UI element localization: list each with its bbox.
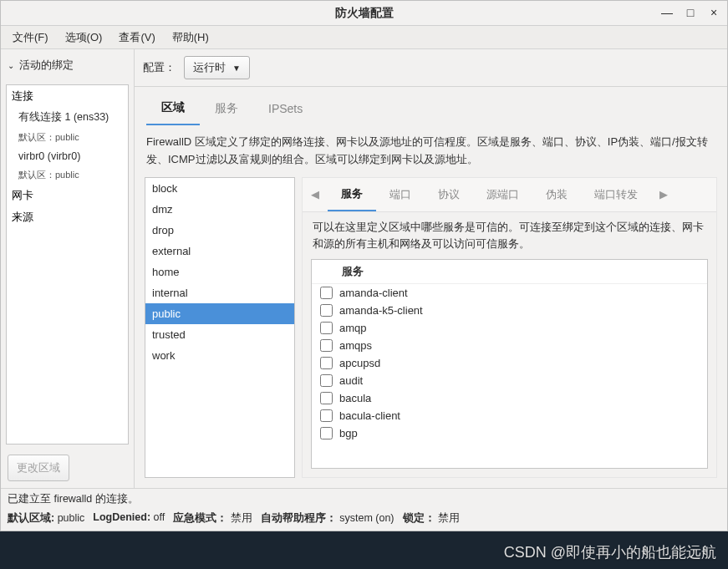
menu-view[interactable]: 查看(V)	[112, 28, 161, 48]
detail-tab-services[interactable]: 服务	[328, 178, 376, 211]
watermark: CSDN @即使再小的船也能远航	[504, 542, 716, 562]
lockdown-value: 禁用	[438, 512, 460, 524]
connection-item[interactable]: 有线连接 1 (ens33)	[7, 107, 128, 128]
zone-item-external[interactable]: external	[145, 241, 294, 262]
detail-tab-port-forward[interactable]: 端口转发	[581, 179, 651, 211]
interfaces-section-label: 网卡	[7, 185, 128, 206]
tab-zone[interactable]: 区域	[146, 92, 200, 125]
service-label: amqp	[339, 322, 367, 334]
zone-list[interactable]: blockdmzdropexternalhomeinternalpublictr…	[145, 177, 295, 478]
service-row[interactable]: audit	[312, 372, 707, 389]
default-zone-label: 默认区域:	[8, 512, 54, 524]
main-tabs: 区域 服务 IPSets	[135, 87, 727, 125]
services-description: 可以在这里定义区域中哪些服务是可信的。可连接至绑定到这个区域的连接、网卡和源的所…	[303, 212, 716, 259]
default-zone-value: public	[58, 512, 85, 524]
active-bindings-label: 活动的绑定	[19, 58, 74, 73]
chevron-down-icon: ⌄	[8, 61, 14, 70]
window-title: 防火墙配置	[335, 6, 394, 21]
minimize-icon[interactable]: —	[660, 6, 674, 19]
status-line2: 默认区域: public LogDenied: off 应急模式： 禁用 自动帮…	[1, 510, 727, 531]
service-checkbox[interactable]	[320, 304, 333, 317]
service-row[interactable]: bgp	[312, 424, 707, 442]
service-checkbox[interactable]	[320, 374, 333, 387]
zone-item-internal[interactable]: internal	[145, 282, 294, 303]
detail-tab-source-ports[interactable]: 源端口	[473, 179, 532, 211]
service-label: apcupsd	[339, 357, 380, 369]
service-checkbox[interactable]	[320, 322, 333, 334]
service-row[interactable]: amqps	[312, 337, 707, 354]
tab-service[interactable]: 服务	[200, 93, 253, 124]
zone-item-public[interactable]: public	[145, 303, 294, 324]
window-controls: — □ ×	[660, 6, 720, 19]
service-checkbox[interactable]	[320, 339, 333, 352]
panic-mode-value: 禁用	[231, 512, 252, 524]
zone-item-trusted[interactable]: trusted	[145, 324, 294, 345]
main-area: ⌄ 活动的绑定 连接 有线连接 1 (ens33) 默认区：public vir…	[1, 49, 727, 488]
detail-tab-protocols[interactable]: 协议	[425, 179, 473, 211]
service-row[interactable]: apcupsd	[312, 354, 707, 372]
right-pane: 配置： 运行时 ▼ 区域 服务 IPSets FirewallD 区域定义了绑定…	[135, 49, 727, 488]
titlebar: 防火墙配置 — □ ×	[1, 1, 727, 26]
detail-tab-masquerade[interactable]: 伪装	[532, 179, 581, 211]
zone-detail: ◀ 服务 端口 协议 源端口 伪装 端口转发 ▶ 可以在这里定义区域中哪些服务是…	[302, 177, 717, 478]
zone-item-block[interactable]: block	[145, 178, 294, 199]
log-denied-label: LogDenied:	[93, 511, 150, 523]
firewall-config-window: 防火墙配置 — □ × 文件(F) 选项(O) 查看(V) 帮助(H) ⌄ 活动…	[0, 0, 728, 531]
zone-item-home[interactable]: home	[145, 262, 294, 282]
config-toolbar: 配置： 运行时 ▼	[135, 49, 727, 87]
service-checkbox[interactable]	[320, 427, 333, 439]
log-denied-value: off	[154, 511, 165, 523]
service-label: bacula	[339, 392, 371, 404]
status-line1: 已建立至 firewalld 的连接。	[1, 488, 727, 510]
service-label: amanda-k5-client	[339, 304, 423, 317]
service-list[interactable]: 服务 amanda-clientamanda-k5-clientamqpamqp…	[311, 259, 708, 469]
connections-section-label: 连接	[7, 85, 128, 107]
menubar: 文件(F) 选项(O) 查看(V) 帮助(H)	[1, 26, 727, 49]
bindings-list[interactable]: 连接 有线连接 1 (ens33) 默认区：public virbr0 (vir…	[6, 84, 129, 445]
config-dropdown[interactable]: 运行时 ▼	[184, 56, 250, 79]
service-checkbox[interactable]	[320, 357, 333, 369]
service-checkbox[interactable]	[320, 392, 333, 404]
service-label: amanda-client	[339, 287, 408, 299]
scroll-left-icon[interactable]: ◀	[303, 181, 328, 207]
service-checkbox[interactable]	[320, 409, 333, 422]
lockdown-label: 锁定：	[403, 512, 435, 524]
zone-content: blockdmzdropexternalhomeinternalpublictr…	[135, 177, 727, 488]
scroll-right-icon[interactable]: ▶	[651, 181, 676, 207]
active-bindings-header[interactable]: ⌄ 活动的绑定	[1, 49, 134, 81]
detail-tab-ports[interactable]: 端口	[376, 179, 425, 211]
menu-file[interactable]: 文件(F)	[6, 28, 55, 48]
service-label: bacula-client	[339, 409, 400, 422]
zone-item-drop[interactable]: drop	[145, 220, 294, 241]
service-row[interactable]: amanda-client	[312, 284, 707, 302]
caret-down-icon: ▼	[232, 64, 241, 73]
service-checkbox[interactable]	[320, 287, 333, 299]
connection-zone-label: 默认区：public	[7, 128, 128, 147]
service-row[interactable]: bacula	[312, 389, 707, 407]
auto-helper-label: 自动帮助程序：	[261, 512, 337, 524]
sidebar: ⌄ 活动的绑定 连接 有线连接 1 (ens33) 默认区：public vir…	[1, 49, 135, 488]
detail-tabs: ◀ 服务 端口 协议 源端口 伪装 端口转发 ▶	[303, 178, 716, 212]
service-label: audit	[339, 374, 363, 387]
maximize-icon[interactable]: □	[684, 6, 697, 19]
menu-options[interactable]: 选项(O)	[59, 28, 109, 48]
zone-description: FirewallD 区域定义了绑定的网络连接、网卡以及源地址的可信程度。区域是服…	[135, 125, 727, 177]
connection-item[interactable]: virbr0 (virbr0)	[7, 147, 128, 165]
service-column-header: 服务	[312, 260, 707, 284]
zone-item-work[interactable]: work	[145, 345, 294, 366]
sources-section-label: 来源	[7, 206, 128, 228]
service-row[interactable]: bacula-client	[312, 407, 707, 424]
zone-item-dmz[interactable]: dmz	[145, 199, 294, 220]
tab-ipsets[interactable]: IPSets	[253, 94, 318, 124]
config-dropdown-value: 运行时	[193, 60, 226, 75]
close-icon[interactable]: ×	[707, 6, 720, 19]
service-label: amqps	[339, 339, 372, 352]
service-row[interactable]: amqp	[312, 319, 707, 337]
connection-zone-label: 默认区：public	[7, 165, 128, 185]
service-label: bgp	[339, 427, 358, 439]
service-row[interactable]: amanda-k5-client	[312, 302, 707, 319]
config-label: 配置：	[143, 60, 176, 75]
change-zone-button[interactable]: 更改区域	[8, 455, 69, 481]
menu-help[interactable]: 帮助(H)	[165, 28, 216, 48]
panic-mode-label: 应急模式：	[173, 512, 227, 524]
